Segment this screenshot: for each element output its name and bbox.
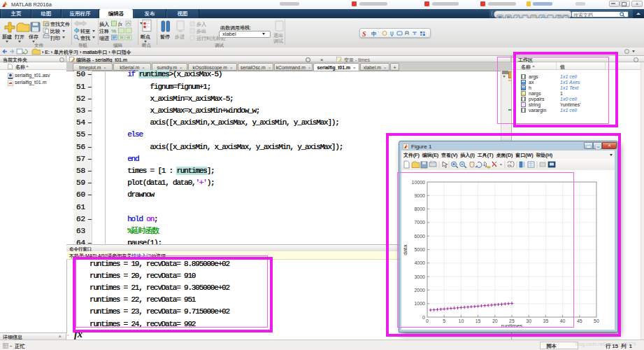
svg-text:%: % <box>111 28 116 34</box>
svg-text:中: 中 <box>371 30 377 36</box>
svg-text:S: S <box>362 30 366 36</box>
svg-text:fx: fx <box>118 21 122 27</box>
svg-text:’: ’ <box>378 31 379 35</box>
